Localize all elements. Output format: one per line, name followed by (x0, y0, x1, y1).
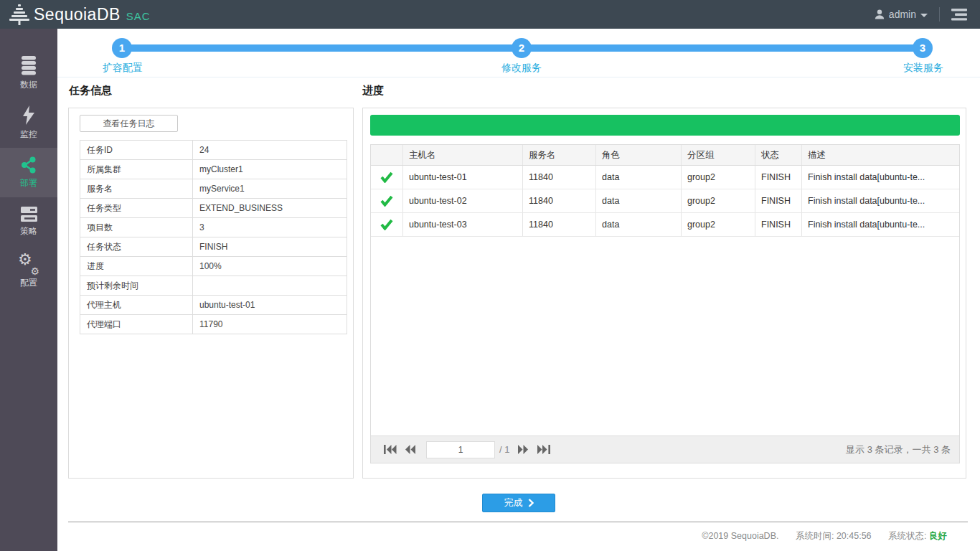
menu-list-icon[interactable] (951, 9, 967, 21)
prev-page-icon (405, 445, 416, 454)
cell-host: ubuntu-test-02 (402, 189, 522, 212)
info-label: 任务ID (80, 141, 193, 160)
task-info-panel: 查看任务日志 任务ID 24 所属集群 myCluster1 服务名 mySer… (68, 108, 354, 479)
table-row: 预计剩余时间 (80, 276, 347, 296)
status-badge: 良好 (929, 531, 947, 541)
finish-button-label: 完成 (504, 496, 523, 509)
table-row: 代理端口 11790 (80, 315, 347, 334)
next-page-button[interactable] (514, 442, 533, 457)
sidebar-item-config[interactable]: ⚙⚙ 配置 (0, 247, 57, 296)
sidebar-item-label: 策略 (20, 225, 37, 237)
system-time-value: 20:45:56 (837, 531, 872, 541)
info-label: 预计剩余时间 (80, 276, 193, 296)
cell-host: ubuntu-test-01 (402, 166, 522, 189)
footer: ©2019 SequoiaDB. 系统时间: 20:45:56 系统状态: 良好 (702, 530, 947, 542)
table-row: 任务类型 EXTEND_BUSINESS (80, 199, 347, 218)
header-divider (939, 7, 940, 22)
chevron-right-icon (528, 499, 534, 507)
sidebar: 数据 监控 部署 策略 ⚙⚙ (0, 29, 57, 551)
sidebar-item-label: 配置 (20, 277, 37, 289)
cell-host: ubuntu-test-03 (402, 213, 522, 236)
col-group: 分区组 (681, 145, 755, 165)
cell-status: FINISH (755, 189, 801, 212)
last-page-button[interactable] (533, 442, 555, 457)
user-menu[interactable]: admin (875, 9, 928, 20)
sidebar-item-label: 部署 (20, 177, 37, 189)
check-icon (371, 189, 402, 212)
step-2-label: 修改服务 (501, 62, 542, 75)
table-row: ubuntu-test-03 11840 data group2 FINISH … (371, 213, 959, 237)
progress-table: 主机名 服务名 角色 分区组 状态 描述 ubuntu-test-01 1184… (370, 144, 960, 463)
top-header: SequoiaDB SAC admin (0, 0, 980, 29)
info-label: 项目数 (80, 218, 193, 237)
finish-row: 完成 (57, 494, 980, 512)
table-row: 项目数 3 (80, 218, 347, 237)
table-row: 代理主机 ubuntu-test-01 (80, 296, 347, 315)
info-label: 代理端口 (80, 315, 193, 334)
server-icon (20, 207, 38, 222)
prev-page-button[interactable] (401, 442, 420, 457)
database-icon (19, 56, 38, 75)
table-row: 进度 100% (80, 257, 347, 276)
sidebar-item-strategy[interactable]: 策略 (0, 197, 57, 247)
info-value: EXTEND_BUSINESS (193, 199, 347, 218)
copyright: ©2019 SequoiaDB. (702, 531, 778, 541)
col-description: 描述 (801, 145, 959, 165)
sidebar-item-data[interactable]: 数据 (0, 49, 57, 98)
brand-name: SequoiaDB (34, 5, 121, 24)
info-label: 代理主机 (80, 296, 193, 315)
user-icon (875, 9, 885, 19)
table-row: ubuntu-test-02 11840 data group2 FINISH … (371, 189, 959, 213)
col-hostname: 主机名 (402, 145, 522, 165)
cell-role: data (595, 189, 681, 212)
user-name: admin (889, 9, 916, 20)
step-1-label: 扩容配置 (103, 62, 143, 75)
sidebar-item-deploy[interactable]: 部署 (0, 148, 57, 197)
check-icon (371, 166, 402, 189)
finish-button[interactable]: 完成 (482, 494, 555, 512)
first-page-button[interactable] (380, 442, 401, 457)
brand-suffix: SAC (126, 10, 151, 22)
records-summary: 显示 3 条记录，一共 3 条 (846, 443, 951, 456)
system-time-label: 系统时间: (796, 531, 837, 541)
info-value: 11790 (193, 315, 347, 334)
sidebar-item-monitor[interactable]: 监控 (0, 98, 57, 148)
first-page-icon (384, 445, 397, 454)
step-3-circle: 3 (913, 38, 933, 58)
share-icon (21, 156, 37, 174)
info-value: 24 (193, 141, 347, 160)
last-page-icon (537, 445, 550, 454)
cell-group: group2 (681, 189, 755, 212)
view-task-log-button[interactable]: 查看任务日志 (80, 115, 178, 132)
info-value: myService1 (193, 179, 347, 199)
cell-service: 11840 (522, 189, 595, 212)
chevron-down-icon (920, 14, 928, 17)
table-row: 任务ID 24 (80, 141, 347, 160)
table-row: 服务名 myService1 (80, 179, 347, 199)
info-value (193, 276, 347, 296)
col-status-text: 状态 (755, 145, 801, 165)
cell-service: 11840 (522, 213, 595, 236)
progress-panel: 主机名 服务名 角色 分区组 状态 描述 ubuntu-test-01 1184… (362, 108, 966, 479)
info-label: 任务状态 (80, 237, 193, 257)
info-value: ubuntu-test-01 (193, 296, 347, 315)
topbar-right: admin (875, 7, 967, 22)
bolt-icon (21, 105, 37, 125)
step-1-circle: 1 (112, 38, 132, 58)
info-label: 任务类型 (80, 199, 193, 218)
info-value: 3 (193, 218, 347, 237)
step-3-label: 安装服务 (903, 62, 943, 75)
cell-group: group2 (681, 213, 755, 236)
sidebar-item-label: 数据 (20, 79, 37, 91)
col-service: 服务名 (522, 145, 595, 165)
gears-icon: ⚙⚙ (18, 255, 39, 273)
info-value: myCluster1 (193, 160, 347, 179)
col-role: 角色 (595, 145, 681, 165)
cell-status: FINISH (755, 166, 801, 189)
cell-status: FINISH (755, 213, 801, 236)
page-total: / 1 (499, 444, 509, 455)
info-value: FINISH (193, 237, 347, 257)
next-page-icon (518, 445, 529, 454)
info-label: 所属集群 (80, 160, 193, 179)
page-number-input[interactable] (426, 441, 495, 458)
